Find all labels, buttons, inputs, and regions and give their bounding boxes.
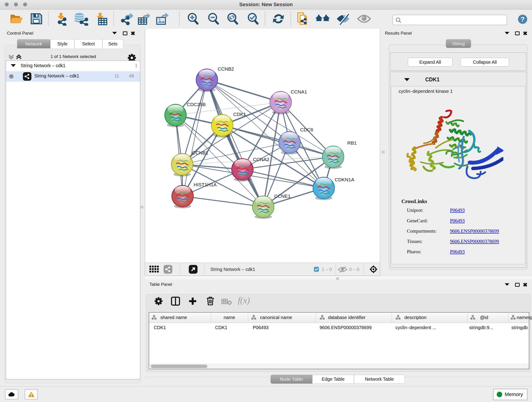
svg-text:RB1: RB1 bbox=[347, 140, 357, 146]
svg-text:CCNB2: CCNB2 bbox=[218, 66, 234, 71]
svg-text:CCNB1: CCNB1 bbox=[192, 150, 208, 155]
svg-text:CDK1: CDK1 bbox=[233, 112, 246, 117]
svg-text:CDC6: CDC6 bbox=[300, 127, 313, 132]
svg-text:CCNE1: CCNE1 bbox=[274, 193, 291, 199]
svg-text:CDC25B: CDC25B bbox=[187, 102, 206, 107]
svg-text:CDKN1A: CDKN1A bbox=[335, 177, 354, 182]
svg-text:HIST1H1A: HIST1H1A bbox=[194, 182, 216, 187]
svg-text:CCNA1: CCNA1 bbox=[291, 89, 307, 95]
svg-text:CCNA2: CCNA2 bbox=[253, 157, 269, 162]
